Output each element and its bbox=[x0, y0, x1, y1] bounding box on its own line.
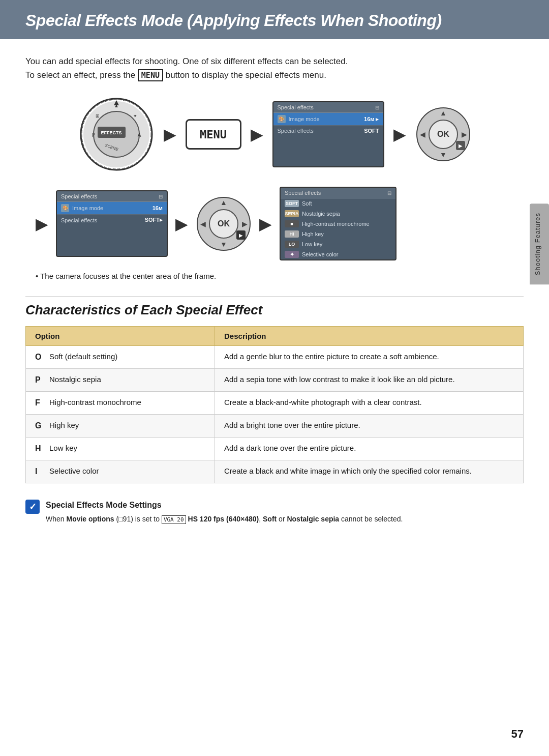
lcd-special-effects-value-2: SOFT▸ bbox=[145, 217, 163, 223]
soft-name: Soft bbox=[302, 200, 312, 207]
effects-table: Option Description OSoft (default settin… bbox=[25, 326, 524, 483]
description-cell-1: Add a sepia tone with low contrast to ma… bbox=[215, 368, 524, 391]
description-cell-2: Create a black-and-white photograph with… bbox=[215, 391, 524, 414]
list-item-mono: ■ High-contrast monochrome bbox=[281, 219, 395, 229]
note-body-pre: When bbox=[46, 515, 66, 523]
lcd-screen-2: Special effects ⊟ 🎨 Image mode 16м Speci… bbox=[56, 190, 168, 257]
table-row: ISelective colorCreate a black and white… bbox=[26, 460, 524, 483]
arrow-1: ▶ bbox=[164, 125, 176, 144]
lcd-empty-4 bbox=[57, 225, 167, 236]
soft-code: SOFT bbox=[285, 200, 299, 207]
page-wrapper: Special Effects Mode (Applying Effects W… bbox=[0, 0, 549, 756]
lcd-image-mode-icon: 🎨 bbox=[278, 115, 286, 123]
characteristics-section: Characteristics of Each Special Effect O… bbox=[25, 297, 524, 483]
svg-text:▶: ▶ bbox=[242, 220, 248, 228]
lcd-special-effects-label-2: Special effects bbox=[61, 217, 145, 223]
svg-text:OK: OK bbox=[218, 219, 230, 228]
list-item-selective: ✦ Selective color bbox=[281, 249, 395, 259]
table-body: OSoft (default setting)Add a gentle blur… bbox=[26, 345, 524, 483]
svg-text:▶: ▶ bbox=[461, 130, 467, 138]
option-cell-2: FHigh-contrast monochrome bbox=[26, 391, 215, 414]
note-bold1: Movie options bbox=[66, 515, 114, 523]
lcd-image-mode-label-2: Image mode bbox=[72, 205, 152, 211]
note-body: When Movie options (□91) is set to VGA 2… bbox=[46, 513, 403, 525]
svg-text:▲: ▲ bbox=[440, 109, 447, 117]
diagram-row-2: ▶ Special effects ⊟ 🎨 Image mode 16м Spe… bbox=[25, 187, 524, 260]
col-description: Description bbox=[215, 326, 524, 345]
svg-text:▲: ▲ bbox=[220, 198, 227, 207]
note-vga: VGA 20 bbox=[162, 515, 186, 524]
note-content: Special Effects Mode Settings When Movie… bbox=[46, 499, 403, 525]
sel-name: Selective color bbox=[302, 251, 339, 257]
intro-line2: To select an effect, press the bbox=[25, 70, 135, 80]
lcd-title-bar-2: Special effects ⊟ bbox=[57, 191, 167, 202]
note-sep: , bbox=[259, 515, 263, 523]
lcd-empty-2 bbox=[273, 146, 383, 156]
mono-name: High-contrast monochrome bbox=[302, 221, 370, 227]
ok-dial-1: OK ▲ ▼ ◀ ▶ ▶ bbox=[415, 106, 471, 162]
menu-key-label: MENU bbox=[138, 69, 163, 81]
option-cell-5: ISelective color bbox=[26, 460, 215, 483]
arrow-5: ▶ bbox=[175, 214, 188, 234]
note-body-mid: is set to bbox=[133, 515, 162, 523]
svg-text:A: A bbox=[137, 132, 141, 138]
menu-button-diagram: MENU bbox=[186, 119, 241, 150]
list-item-hi: HI High key bbox=[281, 229, 395, 239]
diagram-section: EFFECTS SCENE ▲ ⊞ ✦ P A ▶ bbox=[25, 96, 524, 260]
page-title: Special Effects Mode (Applying Effects W… bbox=[25, 11, 524, 30]
svg-text:✦: ✦ bbox=[133, 113, 137, 119]
option-cell-1: PNostalgic sepia bbox=[26, 368, 215, 391]
option-letter-4: H bbox=[35, 443, 44, 455]
svg-text:EFFECTS: EFFECTS bbox=[101, 130, 121, 135]
ok-dial-2: OK ▲ ▼ ◀ ▶ ▶ bbox=[196, 196, 252, 252]
svg-text:▼: ▼ bbox=[220, 240, 227, 248]
table-row: OSoft (default setting)Add a gentle blur… bbox=[26, 345, 524, 368]
lcd-list-icon: ⊟ bbox=[387, 190, 391, 196]
svg-text:◀: ◀ bbox=[200, 220, 206, 228]
lcd-icon-2: ⊟ bbox=[159, 194, 163, 199]
lcd-list-title: Special effects bbox=[285, 190, 321, 196]
lcd-screen-1: Special effects ⊟ 🎨 Image mode 16м ▸ Spe… bbox=[272, 101, 384, 167]
intro-line2-end: button to display the special effects me… bbox=[166, 70, 326, 80]
option-name-2: High-contrast monochrome bbox=[49, 397, 141, 409]
svg-text:▶: ▶ bbox=[239, 232, 243, 238]
sepia-name: Nostalgic sepia bbox=[302, 211, 340, 217]
page-number: 57 bbox=[511, 728, 524, 741]
hi-name: High key bbox=[302, 231, 324, 237]
lo-code: LO bbox=[285, 241, 299, 248]
sepia-code: SEPIA bbox=[285, 210, 299, 217]
option-letter-0: O bbox=[35, 351, 44, 363]
diagram-row-1: EFFECTS SCENE ▲ ⊞ ✦ P A ▶ bbox=[25, 96, 524, 172]
option-cell-0: OSoft (default setting) bbox=[26, 345, 215, 368]
svg-text:P: P bbox=[92, 132, 95, 138]
note-bold2: HS 120 fps (640×480) bbox=[188, 515, 259, 523]
option-name-4: Low key bbox=[49, 443, 77, 454]
note-section: ✓ Special Effects Mode Settings When Mov… bbox=[25, 499, 524, 525]
main-content: You can add special effects for shooting… bbox=[0, 39, 549, 550]
table-header-row: Option Description bbox=[26, 326, 524, 345]
lcd-image-mode-label: Image mode bbox=[289, 116, 364, 122]
svg-text:OK: OK bbox=[437, 130, 449, 138]
note-checkmark: ✓ bbox=[29, 501, 37, 512]
lcd-empty-1 bbox=[273, 136, 383, 146]
description-cell-0: Add a gentle blur to the entire picture … bbox=[215, 345, 524, 368]
svg-text:◀: ◀ bbox=[419, 130, 425, 138]
arrow-4: ▶ bbox=[36, 214, 48, 234]
description-cell-3: Add a bright tone over the entire pictur… bbox=[215, 414, 524, 437]
arrow-3: ▶ bbox=[393, 125, 406, 144]
sidebar-tab: Shooting Features bbox=[530, 203, 549, 284]
lcd-list-title-bar: Special effects ⊟ bbox=[281, 188, 395, 198]
lcd-special-effects-label: Special effects bbox=[278, 128, 364, 134]
svg-text:▼: ▼ bbox=[440, 151, 447, 159]
list-item-soft: SOFT Soft bbox=[281, 198, 395, 209]
note-end: cannot be selected. bbox=[339, 515, 403, 523]
option-letter-1: P bbox=[35, 374, 44, 386]
arrow-2: ▶ bbox=[251, 125, 263, 144]
lcd-empty-6 bbox=[57, 246, 167, 256]
bullet-note: The camera focuses at the center area of… bbox=[36, 271, 524, 282]
lcd-special-effects-value: SOFT bbox=[364, 128, 379, 134]
sidebar-label: Shooting Features bbox=[534, 213, 541, 275]
mono-code: ■ bbox=[285, 220, 299, 227]
lcd-row-image-mode-2: 🎨 Image mode 16м bbox=[57, 202, 167, 214]
svg-text:⊞: ⊞ bbox=[96, 113, 100, 119]
